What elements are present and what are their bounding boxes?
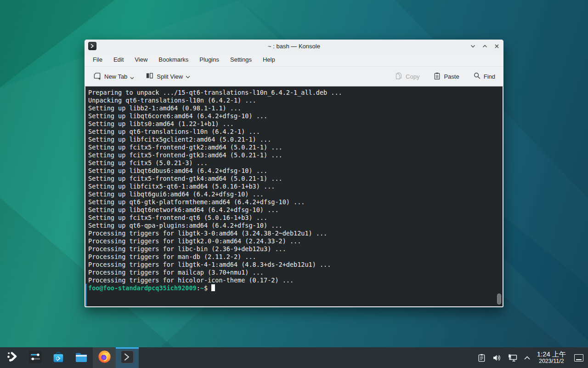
terminal-line: Setting up qt6-translations-l10n (6.4.2-… — [88, 128, 500, 136]
menu-item-bookmarks[interactable]: Bookmarks — [154, 54, 193, 65]
clock-time: 1:24 上午 — [537, 351, 566, 358]
terminal-line: Setting up fcitx5-frontend-gtk3:amd64 (5… — [88, 151, 500, 159]
terminal-line: Processing triggers for libgtk-3-0:amd64… — [88, 230, 500, 237]
copy-icon — [395, 72, 403, 81]
taskbar: 1:24 上午 2023/11/2 — [0, 347, 588, 368]
prompt-symbol: $ — [204, 284, 208, 292]
terminal-line: Processing triggers for mailcap (3.70+nm… — [88, 269, 500, 276]
file-manager-button[interactable] — [70, 347, 93, 368]
expand-tray-icon[interactable] — [524, 356, 531, 360]
terminal-line: Setting up libqt6network6:amd64 (6.4.2+d… — [88, 206, 500, 214]
prompt-separator: : — [197, 284, 200, 292]
toolbar: New Tab Split View Copy — [85, 67, 503, 86]
split-view-dropdown-icon — [186, 73, 190, 80]
terminal-line: Setting up fcitx5-frontend-qt6 (5.0.16-1… — [88, 214, 500, 222]
copy-button[interactable]: Copy — [391, 69, 423, 84]
find-button[interactable]: Find — [469, 69, 499, 84]
split-view-icon — [145, 71, 154, 81]
find-icon — [473, 72, 481, 81]
terminal-line: Setting up fcitx5-frontend-gtk4:amd64 (5… — [88, 175, 500, 183]
terminal-view[interactable]: Preparing to unpack .../15-qt6-translati… — [85, 86, 503, 306]
system-settings-button[interactable] — [24, 347, 47, 368]
folder-icon — [74, 350, 88, 366]
maximize-button[interactable] — [481, 43, 488, 49]
terminal-line: Setting up libfcitx5-qt6-1:amd64 (5.0.16… — [88, 183, 500, 190]
menu-item-settings[interactable]: Settings — [226, 54, 256, 65]
titlebar[interactable]: ~ : bash — Konsole — [85, 40, 503, 52]
terminal-line: Processing triggers for libc-bin (2.36-9… — [88, 245, 500, 253]
menubar: FileEditViewBookmarksPluginsSettingsHelp — [85, 52, 503, 67]
volume-icon[interactable] — [492, 353, 502, 362]
split-view-button[interactable]: Split View — [141, 69, 194, 84]
network-icon[interactable] — [508, 353, 518, 362]
kde-launcher-icon — [6, 351, 19, 365]
desktop: ~ : bash — Konsole FileEditViewBookmarks… — [0, 0, 588, 368]
terminal-scrollbar-thumb[interactable] — [497, 293, 501, 305]
new-tab-button[interactable]: New Tab — [89, 69, 138, 84]
terminal-line: Processing triggers for libgtk2.0-0:amd6… — [88, 237, 500, 245]
terminal-line: Setting up qt6-qpa-plugins:amd64 (6.4.2+… — [88, 222, 500, 230]
terminal-line: Processing triggers for hicolor-icon-the… — [88, 276, 500, 284]
terminal-line: Setting up libqt6core6:amd64 (6.4.2+dfsg… — [88, 112, 500, 120]
konsole-window-icon — [88, 42, 96, 50]
menu-item-file[interactable]: File — [88, 54, 107, 65]
terminal-line: Setting up libqt6gui6:amd64 (6.4.2+dfsg-… — [88, 190, 500, 198]
paste-label: Paste — [444, 73, 459, 80]
menu-item-help[interactable]: Help — [258, 54, 280, 65]
show-desktop-button[interactable] — [574, 354, 583, 362]
window-title: ~ : bash — Konsole — [85, 43, 503, 50]
terminal-line: Unpacking qt6-translations-l10n (6.4.2-1… — [88, 97, 500, 104]
new-tab-label: New Tab — [104, 73, 127, 80]
discover-button[interactable] — [47, 347, 70, 368]
discover-icon — [52, 350, 65, 366]
clock-date: 2023/11/2 — [537, 358, 566, 365]
close-button[interactable] — [493, 43, 500, 49]
new-tab-dropdown-icon — [130, 74, 134, 81]
prompt-user-host: foo@foo-standardpcq35ich92009 — [88, 284, 197, 292]
active-task-indicator — [116, 347, 139, 349]
konsole-task-button[interactable] — [116, 347, 139, 368]
application-launcher-button[interactable] — [1, 347, 24, 368]
terminal-line: Setting up qt6-gtk-platformtheme:amd64 (… — [88, 198, 500, 206]
find-label: Find — [484, 73, 495, 80]
copy-label: Copy — [406, 73, 419, 80]
new-tab-icon — [93, 71, 102, 81]
terminal-line: Setting up libts0:amd64 (1.22-1+b1) ... — [88, 120, 500, 128]
terminal-line: Setting up fcitx5-frontend-gtk2:amd64 (5… — [88, 144, 500, 151]
digital-clock[interactable]: 1:24 上午 2023/11/2 — [537, 351, 566, 364]
new-output-marker — [85, 284, 87, 306]
terminal-line: Setting up libqt6dbus6:amd64 (6.4.2+dfsg… — [88, 167, 500, 175]
system-tray — [477, 353, 531, 362]
terminal-line: Processing triggers for libgtk-4-1:amd64… — [88, 261, 500, 269]
minimize-button[interactable] — [469, 43, 476, 49]
prompt-path: ~ — [200, 284, 204, 292]
terminal-line: Setting up libb2-1:amd64 (0.98.1-1.1) ..… — [88, 104, 500, 112]
terminal-cursor — [211, 284, 215, 291]
show-desktop-icon — [576, 359, 582, 360]
paste-button[interactable]: Paste — [430, 69, 463, 84]
firefox-icon — [97, 350, 112, 366]
terminal-prompt: foo@foo-standardpcq35ich92009:~$ — [88, 284, 500, 292]
terminal-output: Preparing to unpack .../15-qt6-translati… — [88, 89, 500, 284]
terminal-line: Setting up libfcitx5gclient2:amd64 (5.0.… — [88, 136, 500, 144]
window-controls — [469, 43, 500, 49]
menu-item-edit[interactable]: Edit — [109, 54, 128, 65]
menu-item-view[interactable]: View — [130, 54, 152, 65]
menu-item-plugins[interactable]: Plugins — [195, 54, 224, 65]
system-settings-icon — [28, 350, 42, 366]
clipboard-icon[interactable] — [477, 353, 486, 362]
split-view-label: Split View — [157, 73, 183, 80]
paste-icon — [433, 72, 441, 81]
terminal-line: Setting up fcitx5 (5.0.21-3) ... — [88, 159, 500, 167]
firefox-task-button[interactable] — [93, 347, 116, 368]
terminal-line: Processing triggers for man-db (2.11.2-2… — [88, 253, 500, 261]
terminal-line: Preparing to unpack .../15-qt6-translati… — [88, 89, 500, 97]
konsole-window: ~ : bash — Konsole FileEditViewBookmarks… — [85, 40, 503, 307]
konsole-icon — [120, 350, 134, 366]
